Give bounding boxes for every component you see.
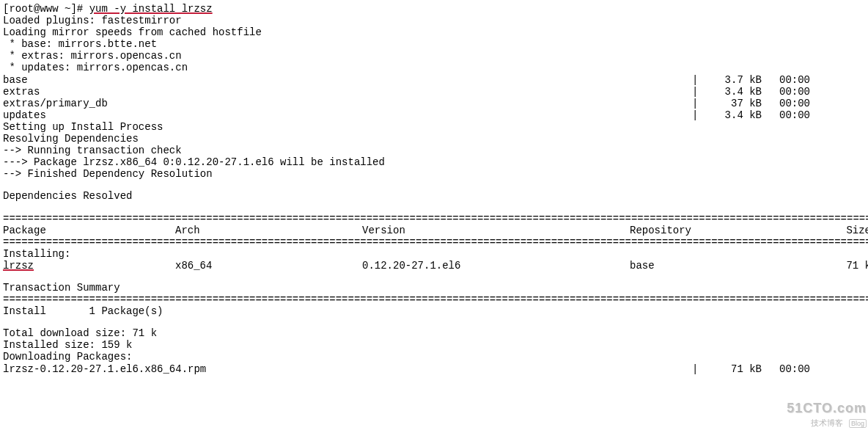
output-line: Setting up Install Process: [3, 121, 868, 133]
bar-icon: |: [692, 98, 707, 109]
installing-label: Installing:: [3, 248, 868, 260]
separator: ========================================…: [3, 213, 868, 225]
repo-size: 37 kB: [707, 98, 762, 109]
bar-icon: |: [692, 363, 707, 375]
deps-resolved: Dependencies Resolved: [3, 190, 868, 202]
repo-row: extras/primary_db | 37 kB 00:00: [3, 98, 868, 109]
output-line: Loaded plugins: fastestmirror: [3, 15, 868, 26]
header-size: Size: [831, 225, 868, 236]
bar-icon: |: [692, 86, 707, 98]
output-line: Resolving Dependencies: [3, 133, 868, 145]
watermark-main: 51CTO.com: [787, 401, 867, 416]
header-repository: Repository: [630, 225, 831, 236]
rpm-size: 71 kB: [707, 363, 762, 375]
repo-row: base | 3.7 kB 00:00: [3, 74, 868, 86]
downloading: Downloading Packages:: [3, 351, 868, 363]
bar-icon: |: [692, 74, 707, 86]
tx-summary: Transaction Summary: [3, 282, 868, 294]
prompt-prefix: [root@www ~]#: [3, 3, 89, 15]
watermark: 51CTO.com 技术博客 Blog: [787, 401, 867, 428]
separator: ========================================…: [3, 294, 868, 305]
pkg-repo: base: [630, 260, 831, 272]
output-line: * extras: mirrors.opencas.cn: [3, 50, 868, 62]
command-text: yum -y install lrzsz: [89, 3, 213, 15]
rpm-row: lrzsz-0.12.20-27.1.el6.x86_64.rpm | 71 k…: [3, 363, 868, 375]
pkg-arch: x86_64: [175, 260, 362, 272]
repo-size: 3.4 kB: [707, 86, 762, 98]
pkg-size: 71 k: [831, 260, 868, 272]
output-line: --> Running transaction check: [3, 145, 868, 156]
repo-row: updates | 3.4 kB 00:00: [3, 109, 868, 121]
repo-name: base: [3, 74, 692, 86]
header-package: Package: [3, 225, 175, 236]
header-version: Version: [362, 225, 630, 236]
header-arch: Arch: [175, 225, 362, 236]
pkg-version: 0.12.20-27.1.el6: [362, 260, 630, 272]
total-download: Total download size: 71 k: [3, 327, 868, 339]
output-line: * base: mirrors.btte.net: [3, 38, 868, 50]
watermark-sub: 技术博客: [811, 418, 843, 427]
table-header: Package Arch Version Repository Size: [3, 225, 868, 236]
watermark-blog: Blog: [849, 419, 867, 428]
table-row: lrzsz x86_64 0.12.20-27.1.el6 base 71 k: [3, 260, 868, 272]
repo-time: 00:00: [762, 86, 828, 98]
bar-icon: |: [692, 109, 707, 121]
repo-time: 00:00: [762, 98, 828, 109]
output-line: * updates: mirrors.opencas.cn: [3, 62, 868, 73]
repo-size: 3.7 kB: [707, 74, 762, 86]
install-count: Install 1 Package(s): [3, 305, 868, 317]
installed-size: Installed size: 159 k: [3, 339, 868, 351]
repo-name: extras: [3, 86, 692, 98]
repo-name: extras/primary_db: [3, 98, 692, 109]
repo-name: updates: [3, 109, 692, 121]
terminal-prompt-line: [root@www ~]# yum -y install lrzsz: [3, 3, 868, 15]
repo-time: 00:00: [762, 74, 828, 86]
output-line: ---> Package lrzsz.x86_64 0:0.12.20-27.1…: [3, 156, 868, 168]
rpm-time: 00:00: [762, 363, 828, 375]
pkg-name: lrzsz: [3, 260, 175, 272]
separator: ========================================…: [3, 236, 868, 248]
repo-size: 3.4 kB: [707, 109, 762, 121]
repo-row: extras | 3.4 kB 00:00: [3, 86, 868, 98]
output-line: --> Finished Dependency Resolution: [3, 168, 868, 180]
output-line: Loading mirror speeds from cached hostfi…: [3, 26, 868, 38]
rpm-name: lrzsz-0.12.20-27.1.el6.x86_64.rpm: [3, 363, 692, 375]
repo-time: 00:00: [762, 109, 828, 121]
